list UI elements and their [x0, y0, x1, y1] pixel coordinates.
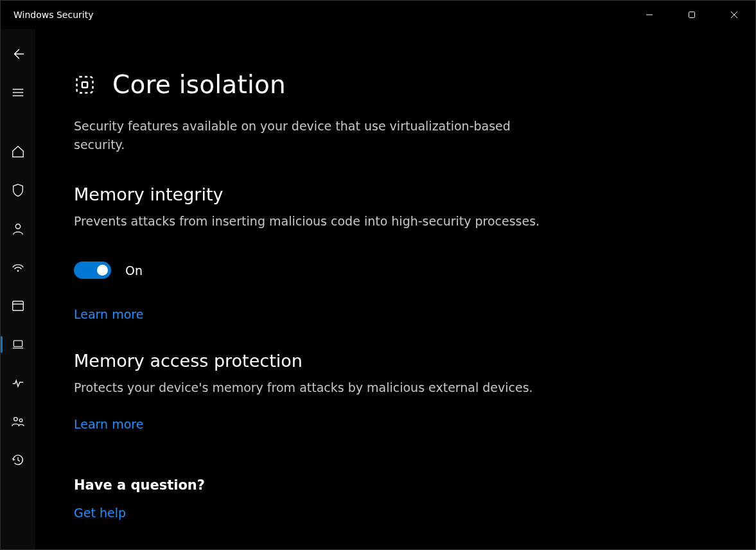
svg-rect-11: [13, 341, 22, 346]
sidebar-item-device-security[interactable]: [1, 331, 35, 358]
memory-access-desc: Protects your device's memory from attac…: [74, 378, 549, 397]
back-arrow-icon: [11, 47, 25, 61]
hamburger-icon: [12, 86, 24, 99]
memory-integrity-toggle[interactable]: [74, 262, 111, 279]
titlebar: Windows Security: [1, 1, 755, 29]
wifi-icon: [10, 260, 26, 274]
page-header: Core isolation: [74, 70, 717, 99]
sidebar: [1, 29, 35, 549]
svg-point-14: [19, 419, 22, 422]
sidebar-item-app-browser[interactable]: [1, 292, 35, 319]
sidebar-item-device-performance[interactable]: [1, 369, 35, 396]
svg-rect-1: [689, 12, 695, 18]
back-button[interactable]: [1, 40, 35, 67]
close-button[interactable]: [713, 1, 755, 29]
sidebar-item-account-protection[interactable]: [1, 215, 35, 242]
minimize-button[interactable]: [628, 1, 671, 29]
memory-access-learn-more-link[interactable]: Learn more: [74, 417, 143, 431]
hamburger-menu-button[interactable]: [1, 79, 35, 106]
maximize-button[interactable]: [671, 1, 713, 29]
window-title: Windows Security: [13, 10, 93, 20]
history-icon: [11, 453, 25, 467]
memory-integrity-learn-more-link[interactable]: Learn more: [74, 307, 143, 321]
get-help-link[interactable]: Get help: [74, 506, 126, 520]
sidebar-item-firewall[interactable]: [1, 254, 35, 281]
memory-integrity-desc: Prevents attacks from inserting maliciou…: [74, 212, 549, 231]
sidebar-item-virus-threat[interactable]: [1, 177, 35, 204]
main-content: Core isolation Security features availab…: [35, 29, 755, 549]
svg-point-7: [15, 224, 20, 229]
home-icon: [11, 145, 25, 159]
heart-rate-icon: [10, 376, 26, 390]
shield-icon: [11, 183, 25, 197]
memory-integrity-toggle-label: On: [125, 263, 143, 278]
family-icon: [10, 414, 26, 429]
page-subtitle: Security features available on your devi…: [74, 117, 536, 155]
sidebar-item-family[interactable]: [1, 408, 35, 435]
have-a-question-heading: Have a question?: [74, 477, 717, 493]
memory-integrity-heading: Memory integrity: [74, 184, 717, 204]
window-controls: [628, 1, 755, 29]
svg-rect-16: [82, 82, 87, 87]
core-isolation-icon: [74, 73, 96, 96]
laptop-icon: [10, 338, 26, 351]
svg-rect-15: [77, 76, 93, 93]
browser-icon: [11, 299, 25, 313]
window-body: Core isolation Security features availab…: [1, 29, 755, 549]
page-title: Core isolation: [112, 70, 286, 99]
sidebar-item-protection-history[interactable]: [1, 447, 35, 474]
memory-access-heading: Memory access protection: [74, 351, 717, 371]
svg-point-13: [14, 418, 17, 421]
sidebar-item-home[interactable]: [1, 138, 35, 165]
app-window: Windows Security: [0, 0, 756, 550]
memory-integrity-toggle-row: On: [74, 262, 717, 279]
person-icon: [11, 222, 25, 236]
svg-point-8: [17, 270, 19, 272]
svg-rect-9: [13, 301, 24, 311]
